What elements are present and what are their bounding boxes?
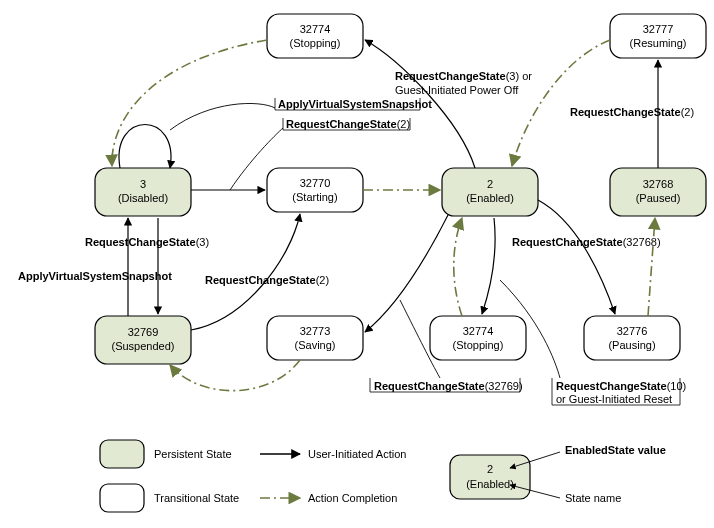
legend-action-completion: Action Completion (308, 492, 397, 504)
state-value: 32768 (643, 178, 674, 190)
state-name: (Saving) (295, 339, 336, 351)
state-name: (Resuming) (630, 37, 687, 49)
svg-rect-7 (267, 316, 363, 360)
label-guest-off: Guest-Initiated Power Off (395, 84, 519, 96)
state-stopping-bottom: 32774 (Stopping) (430, 316, 526, 360)
edge-stoppingtop-disabled (112, 40, 267, 166)
state-value: 32770 (300, 177, 331, 189)
state-pausing: 32776 (Pausing) (584, 316, 680, 360)
state-enabled: 2 (Enabled) (442, 168, 538, 216)
label-guest-reset: or Guest-Initiated Reset (556, 393, 672, 405)
state-name: (Disabled) (118, 192, 168, 204)
edge-disabled-self (119, 125, 171, 169)
state-value: 32774 (463, 325, 494, 337)
state-value: 32776 (617, 325, 648, 337)
state-value: 3 (140, 178, 146, 190)
svg-text:RequestChangeState(3): RequestChangeState(3) (85, 236, 209, 248)
svg-rect-1 (610, 14, 706, 58)
edge-enabled-saving (365, 215, 448, 332)
legend-persistent: Persistent State (154, 448, 232, 460)
edge-stoppingbot-enabled (454, 218, 462, 316)
legend-user-action: User-Initiated Action (308, 448, 406, 460)
state-suspended: 32769 (Suspended) (95, 316, 191, 364)
legend-sample-name: (Enabled) (466, 478, 514, 490)
svg-rect-18 (100, 440, 144, 468)
state-starting: 32770 (Starting) (267, 168, 363, 212)
state-paused: 32768 (Paused) (610, 168, 706, 216)
state-saving: 32773 (Saving) (267, 316, 363, 360)
svg-rect-19 (100, 484, 144, 512)
state-value: 32777 (643, 23, 674, 35)
state-value: 32773 (300, 325, 331, 337)
svg-text:RequestChangeState(32768): RequestChangeState(32768) (512, 236, 661, 248)
state-name: (Pausing) (608, 339, 655, 351)
state-value: 32774 (300, 23, 331, 35)
legend-state-name: State name (565, 492, 621, 504)
legend-sample-value: 2 (487, 463, 493, 475)
svg-rect-22 (450, 455, 530, 499)
svg-text:RequestChangeState(10): RequestChangeState(10) (556, 380, 686, 392)
state-disabled: 3 (Disabled) (95, 168, 191, 216)
state-value: 2 (487, 178, 493, 190)
state-stopping-top: 32774 (Stopping) (267, 14, 363, 58)
edge-enabled-stoppingbot (482, 218, 495, 314)
legend-transitional: Transitional State (154, 492, 239, 504)
label-apply-snapshot: ApplyVirtualSystemSnapshot (278, 98, 432, 110)
state-value: 32769 (128, 326, 159, 338)
state-resuming: 32777 (Resuming) (610, 14, 706, 58)
state-name: (Paused) (636, 192, 681, 204)
svg-text:EnabledState value: EnabledState value (565, 444, 666, 456)
svg-rect-3 (267, 168, 363, 212)
svg-text:RequestChangeState(2): RequestChangeState(2) (570, 106, 694, 118)
edge-suspended-starting (191, 214, 300, 330)
edge-resuming-enabled (512, 40, 610, 166)
svg-rect-0 (267, 14, 363, 58)
edge-pausing-paused (648, 218, 655, 316)
state-name: (Starting) (292, 191, 337, 203)
state-name: (Stopping) (453, 339, 504, 351)
edge-saving-suspended (170, 360, 300, 391)
state-name: (Stopping) (290, 37, 341, 49)
edge-enabled-pausing (538, 200, 615, 314)
svg-text:RequestChangeState(2): RequestChangeState(2) (286, 118, 410, 130)
state-name: (Suspended) (111, 340, 174, 352)
svg-rect-9 (584, 316, 680, 360)
svg-rect-8 (430, 316, 526, 360)
svg-text:RequestChangeState(3) or: RequestChangeState(3) or (395, 70, 532, 82)
state-name: (Enabled) (466, 192, 514, 204)
label-apply-snapshot-b: ApplyVirtualSystemSnapshot (18, 270, 172, 282)
svg-text:RequestChangeState(2): RequestChangeState(2) (205, 274, 329, 286)
svg-text:RequestChangeState(32769): RequestChangeState(32769) (374, 380, 523, 392)
legend: Persistent State Transitional State User… (100, 440, 666, 512)
edge-label-connector-1 (170, 103, 275, 130)
